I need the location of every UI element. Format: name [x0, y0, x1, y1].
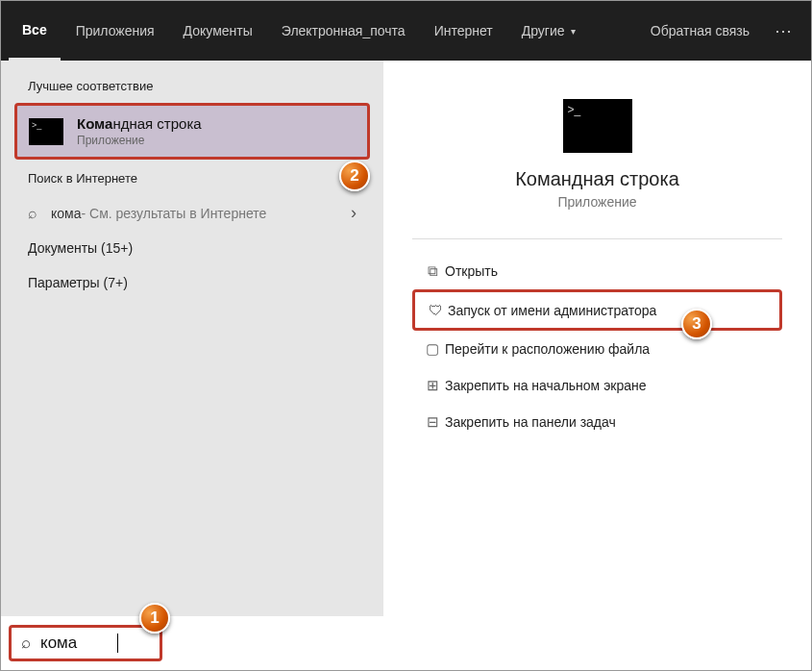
action-file-location[interactable]: ▢ Перейти к расположению файла — [412, 331, 782, 367]
search-input[interactable] — [40, 634, 117, 653]
chevron-down-icon: ▾ — [571, 26, 576, 37]
cmd-icon — [29, 118, 63, 145]
best-match-hl: Кома — [77, 115, 112, 132]
best-match-title: Командная строка — [77, 115, 202, 132]
pin-taskbar-icon: ⊟ — [420, 413, 445, 431]
tab-all[interactable]: Все — [9, 1, 61, 61]
tab-other-label: Другие — [522, 23, 565, 38]
action-pin-taskbar[interactable]: ⊟ Закрепить на панели задач — [412, 404, 782, 440]
best-match-item[interactable]: Командная строка Приложение — [14, 103, 370, 160]
action-file-location-label: Перейти к расположению файла — [445, 341, 650, 357]
main-area: Лучшее соответствие Командная строка При… — [1, 61, 811, 618]
web-query: кома — [51, 206, 81, 221]
tab-internet[interactable]: Интернет — [421, 1, 506, 61]
tab-other[interactable]: Другие ▾ — [508, 1, 589, 61]
folder-icon: ▢ — [420, 340, 445, 358]
settings-category[interactable]: Параметры (7+) — [14, 265, 370, 300]
tab-apps[interactable]: Приложения — [62, 1, 168, 61]
annotation-badge-2: 2 — [339, 161, 370, 191]
shield-icon: 🛡 — [423, 302, 448, 318]
documents-category[interactable]: Документы (15+) — [14, 231, 370, 265]
preview-title: Командная строка — [412, 168, 782, 190]
web-search-header: Поиск в Интернете — [28, 171, 370, 186]
best-match-subtitle: Приложение — [77, 134, 202, 147]
divider — [412, 238, 782, 239]
best-match-header: Лучшее соответствие — [28, 79, 370, 93]
preview-panel: Командная строка Приложение ⧉ Открыть 🛡 … — [383, 61, 811, 618]
preview-subtitle: Приложение — [412, 194, 782, 210]
action-open[interactable]: ⧉ Открыть — [412, 253, 782, 289]
web-subtitle: - См. результаты в Интернете — [81, 206, 266, 221]
open-icon: ⧉ — [420, 262, 445, 280]
annotation-badge-1: 1 — [139, 603, 170, 634]
preview-cmd-icon — [563, 99, 632, 153]
tab-email[interactable]: Электронная_почта — [268, 1, 419, 61]
action-pin-start[interactable]: ⊞ Закрепить на начальном экране — [412, 367, 782, 404]
results-panel: Лучшее соответствие Командная строка При… — [1, 61, 383, 618]
search-icon: ⌕ — [21, 634, 31, 653]
chevron-right-icon: › — [351, 203, 357, 223]
action-pin-taskbar-label: Закрепить на панели задач — [445, 414, 616, 430]
search-icon: ⌕ — [28, 205, 37, 222]
text-caret — [117, 634, 118, 653]
best-match-rest: ндная строка — [112, 115, 201, 132]
pin-start-icon: ⊞ — [420, 377, 445, 394]
action-open-label: Открыть — [445, 263, 498, 279]
top-tabs: Все Приложения Документы Электронная_поч… — [1, 1, 811, 61]
feedback-link[interactable]: Обратная связь — [637, 6, 763, 56]
action-run-admin-label: Запуск от имени администратора — [448, 303, 656, 318]
more-icon[interactable]: ⋯ — [765, 3, 803, 59]
search-box[interactable]: ⌕ — [9, 625, 162, 661]
annotation-badge-3: 3 — [681, 309, 712, 339]
web-search-item[interactable]: ⌕ кома - См. результаты в Интернете › — [14, 195, 370, 231]
action-run-as-admin[interactable]: 🛡 Запуск от имени администратора — [412, 289, 782, 331]
best-match-text: Командная строка Приложение — [77, 115, 202, 147]
action-pin-start-label: Закрепить на начальном экране — [445, 378, 647, 393]
search-bar: ⌕ — [1, 616, 811, 670]
tab-documents[interactable]: Документы — [170, 1, 266, 61]
